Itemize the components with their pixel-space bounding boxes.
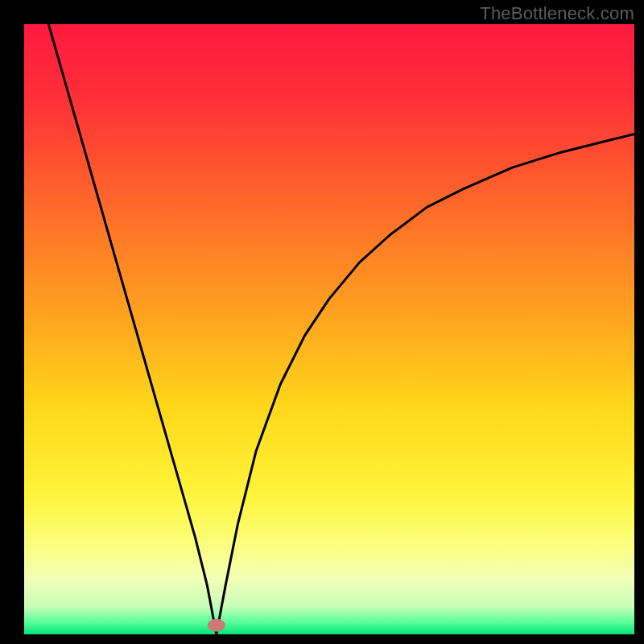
minimum-marker <box>208 619 225 632</box>
plot-background <box>24 24 634 634</box>
bottleneck-chart <box>0 0 644 644</box>
watermark-text: TheBottleneck.com <box>480 3 634 24</box>
chart-frame: TheBottleneck.com <box>0 0 644 644</box>
